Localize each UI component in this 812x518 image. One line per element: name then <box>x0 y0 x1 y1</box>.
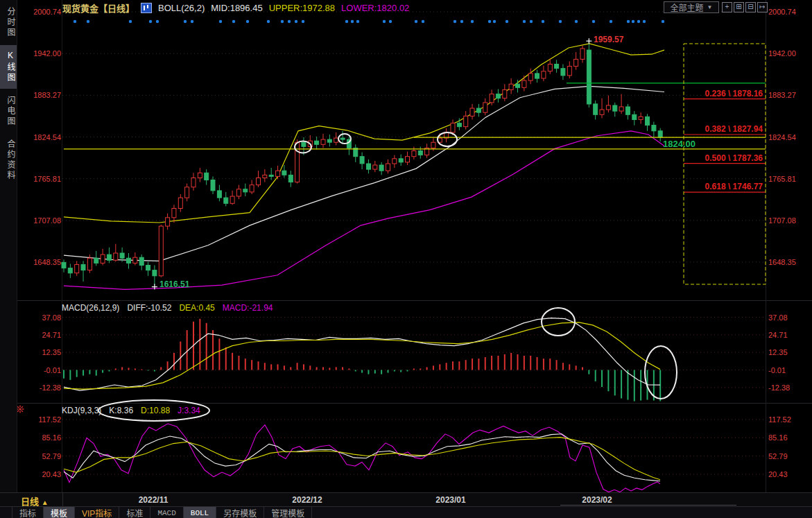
tab-templates[interactable]: 模板 <box>44 507 75 518</box>
axis-label: 1824.54 <box>768 133 810 141</box>
axis-label: 1942.00 <box>19 49 61 58</box>
high-price-label: 1959.57 <box>594 35 624 44</box>
axis-label: 1765.81 <box>768 175 810 183</box>
axis-label: 37.08 <box>768 313 810 322</box>
boll-upper-value: UPPER:1972.88 <box>269 3 335 13</box>
axis-label: 52.79 <box>19 452 61 460</box>
axis-label: 20.43 <box>768 470 810 478</box>
axis-label: 1765.81 <box>19 175 61 183</box>
tab-vip-indicators[interactable]: VIP指标 <box>75 507 119 518</box>
tab-macd[interactable]: MACD <box>150 507 183 518</box>
macd-macd-value: MACD:-21.94 <box>223 303 273 313</box>
sidebar-tab-timeshare[interactable]: 分时图 <box>0 1 17 44</box>
axis-label: 117.52 <box>768 415 810 424</box>
event-dots[interactable] <box>74 20 664 23</box>
tab-standard[interactable]: 标准 <box>119 507 150 518</box>
axis-label: 2000.74 <box>768 8 810 16</box>
sidebar-tab-lightning[interactable]: 闪电图 <box>0 90 17 132</box>
tab-save-template[interactable]: 另存模板 <box>216 507 264 518</box>
kline-chart-icon <box>141 3 152 13</box>
annotation-ellipses <box>98 132 677 421</box>
axis-label: 85.16 <box>768 433 810 442</box>
axis-label: 85.16 <box>19 433 61 442</box>
axis-label: 2000.74 <box>19 8 61 16</box>
tabbar-spacer <box>0 507 12 518</box>
axis-label: 52.79 <box>768 452 810 460</box>
axis-label: 1648.35 <box>19 258 61 266</box>
axis-label: 20.43 <box>19 470 61 478</box>
chart-toolbar: +⊞⊟↦ <box>722 2 768 12</box>
kdj-j-value: J:3.34 <box>178 406 200 415</box>
period-label: 日线 <box>21 497 39 507</box>
macd-name-label: MACD(26,12,9) <box>62 303 119 313</box>
boll-bands <box>64 44 664 290</box>
svg-text:0.236 \ 1878.16: 0.236 \ 1878.16 <box>705 89 763 98</box>
x-axis-label: 2022/11 <box>129 495 178 505</box>
axis-label: -0.01 <box>768 366 810 374</box>
axis-label: 24.71 <box>19 331 61 339</box>
divider <box>62 493 63 507</box>
x-axis-label: 2022/12 <box>283 495 331 505</box>
axis-label: 1648.35 <box>768 258 810 266</box>
theme-dropdown-label: 全部主题 <box>671 1 704 13</box>
candlestick-series <box>62 41 662 284</box>
boll-indicator-label: BOLL(26,2) <box>158 3 205 13</box>
trading-app-window: 0.236 \ 1878.160.382 \ 1827.940.500 \ 17… <box>0 0 812 518</box>
axis-label: -12.38 <box>768 383 810 392</box>
fib-retracement: 0.236 \ 1878.160.382 \ 1827.940.500 \ 17… <box>684 89 766 193</box>
chevron-down-icon: ▼ <box>707 4 713 10</box>
axis-label: 12.35 <box>19 348 61 356</box>
tab-boll[interactable]: BOLL <box>184 507 216 518</box>
svg-text:0.500 \ 1787.36: 0.500 \ 1787.36 <box>705 153 763 163</box>
triangle-up-icon: ▲ <box>42 499 49 506</box>
kdj-header: KDJ(9,3,3) K:8.36 D:10.88 J:3.34 <box>62 406 200 415</box>
x-axis-label: 2023/01 <box>426 495 475 505</box>
macd-diff-value: DIFF:-10.52 <box>127 303 171 313</box>
pan-right-icon[interactable]: ↦ <box>757 2 768 12</box>
dashed-selection-box <box>684 44 766 284</box>
boll-mid-value: MID:1896.45 <box>211 3 262 13</box>
macd-dea-value: DEA:0.45 <box>179 303 214 313</box>
fit-width-icon[interactable]: ⊞ <box>734 2 744 12</box>
fit-height-icon[interactable]: ⊟ <box>745 2 756 12</box>
tab-manage-templates[interactable]: 管理模板 <box>264 507 312 518</box>
x-axis-band: 日线 ▲ 2022/112022/122023/012023/02 <box>0 492 812 507</box>
axis-label: 1883.27 <box>19 91 61 99</box>
svg-text:0.382 \ 1827.94: 0.382 \ 1827.94 <box>705 124 763 134</box>
axis-label: 24.71 <box>768 331 810 339</box>
left-sidebar: 分时图 K线图 闪电图 合约资料 <box>0 0 17 492</box>
axis-label: 1942.00 <box>768 49 810 58</box>
starburst-icon <box>17 406 24 413</box>
last-price-label: 1824.00 <box>663 139 696 149</box>
kdj-panel-series <box>64 424 660 492</box>
chart-header: 现货黄金【日线】 BOLL(26,2) MID:1896.45 UPPER:19… <box>62 1 409 14</box>
kdj-k-value: K:8.36 <box>109 406 133 415</box>
axis-label: -0.01 <box>19 366 61 374</box>
tab-indicators[interactable]: 指标 <box>12 507 44 518</box>
axis-label: 1883.27 <box>768 91 810 99</box>
kdj-name-label: KDJ(9,3,3) <box>62 406 101 415</box>
axis-label: 12.35 <box>768 348 810 356</box>
axis-label: -12.38 <box>19 383 61 392</box>
scroll-range-indicator <box>560 505 736 506</box>
chart-canvas[interactable]: 0.236 \ 1878.160.382 \ 1827.940.500 \ 17… <box>0 0 812 518</box>
bottom-tab-bar: 指标 模板 VIP指标 标准 MACD BOLL 另存模板 管理模板 <box>0 506 812 518</box>
x-axis-label: 2023/02 <box>573 495 621 505</box>
sidebar-tab-kline[interactable]: K线图 <box>0 45 17 89</box>
kdj-d-value: D:10.88 <box>141 406 170 415</box>
svg-text:0.618 \ 1746.77: 0.618 \ 1746.77 <box>705 182 763 191</box>
sidebar-tab-contract-info[interactable]: 合约资料 <box>0 134 17 187</box>
crosshair-icon[interactable]: + <box>722 2 732 12</box>
axis-label: 117.52 <box>19 415 61 424</box>
theme-dropdown-button[interactable]: 全部主题 ▼ <box>664 1 719 13</box>
low-price-label: 1616.51 <box>159 279 190 289</box>
axis-label: 1707.08 <box>768 216 810 225</box>
axis-label: 37.08 <box>19 313 61 322</box>
symbol-title: 现货黄金【日线】 <box>62 1 135 15</box>
axis-label: 1824.54 <box>19 133 61 141</box>
macd-header: MACD(26,12,9) DIFF:-10.52 DEA:0.45 MACD:… <box>62 303 273 313</box>
boll-lower-value: LOWER:1820.02 <box>341 3 409 13</box>
axis-label: 1707.08 <box>19 216 61 225</box>
